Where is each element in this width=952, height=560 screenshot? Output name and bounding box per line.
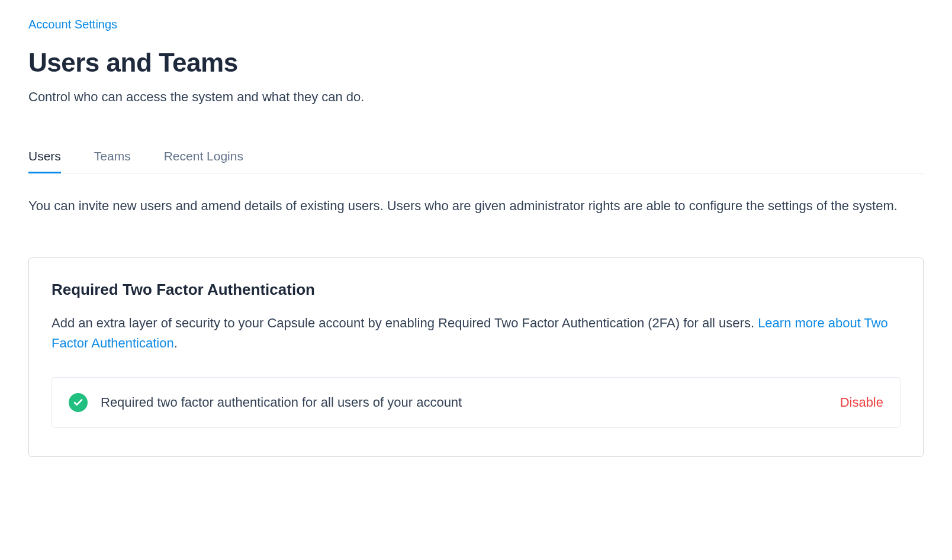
twofa-panel-title: Required Two Factor Authentication — [52, 281, 900, 299]
twofa-panel-description: Add an extra layer of security to your C… — [52, 313, 900, 353]
tab-teams[interactable]: Teams — [94, 141, 131, 173]
tab-users[interactable]: Users — [28, 141, 61, 173]
twofa-status-left: Required two factor authentication for a… — [69, 393, 462, 412]
twofa-status-row: Required two factor authentication for a… — [52, 377, 900, 428]
users-tab-description: You can invite new users and amend detai… — [28, 196, 924, 216]
disable-button[interactable]: Disable — [840, 395, 883, 410]
twofa-panel: Required Two Factor Authentication Add a… — [28, 258, 924, 457]
page-subtitle: Control who can access the system and wh… — [28, 89, 924, 105]
twofa-description-text: Add an extra layer of security to your C… — [52, 316, 758, 330]
tab-bar: Users Teams Recent Logins — [28, 140, 924, 173]
tab-recent-logins[interactable]: Recent Logins — [164, 141, 243, 173]
check-icon — [69, 393, 88, 412]
page-title: Users and Teams — [28, 48, 924, 78]
breadcrumb-account-settings[interactable]: Account Settings — [28, 18, 117, 31]
twofa-status-text: Required two factor authentication for a… — [101, 395, 462, 410]
twofa-description-period: . — [174, 336, 178, 350]
